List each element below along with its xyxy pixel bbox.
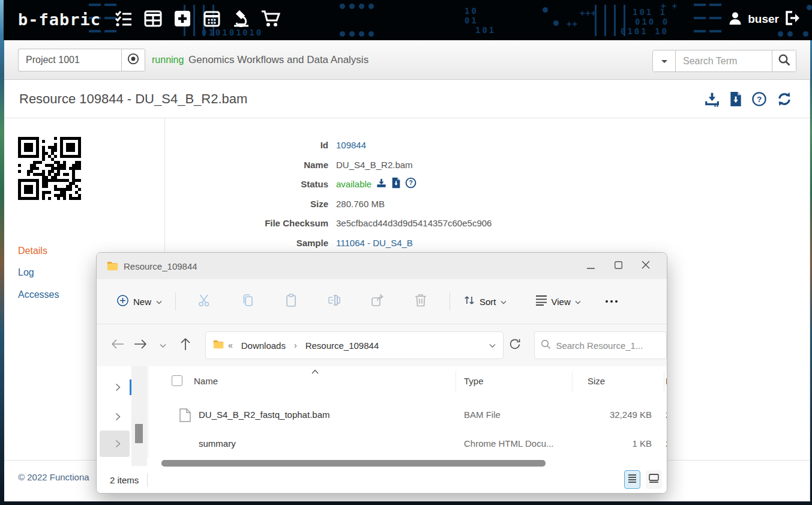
- breadcrumb-downloads[interactable]: Downloads: [241, 340, 286, 351]
- sidebar-item-accesses[interactable]: Accesses: [18, 289, 59, 300]
- size-value: 280.760 MB: [336, 198, 385, 210]
- folder-icon: [107, 261, 118, 271]
- file-download-icon[interactable]: [391, 177, 401, 192]
- instruments-nav-button[interactable]: [230, 8, 252, 31]
- column-header-type[interactable]: Type: [464, 376, 484, 386]
- workflow-title: Genomics Workflows and Data Analysis: [188, 54, 368, 66]
- toolbar-divider: [450, 292, 450, 310]
- binary-decoration: 101: [475, 25, 496, 35]
- up-button[interactable]: [174, 334, 197, 357]
- binary-decoration: 01: [465, 16, 478, 25]
- download-icon[interactable]: [704, 91, 720, 107]
- file-row-bam[interactable]: DU_S4_B_R2_fastq_tophat.bam BAM File 32,…: [151, 401, 667, 429]
- app-logo[interactable]: b-fabric: [18, 10, 101, 29]
- minimize-button[interactable]: [577, 253, 604, 279]
- folder-icon: [213, 340, 224, 351]
- forward-button[interactable]: [129, 334, 152, 357]
- column-divider[interactable]: [664, 371, 664, 393]
- explorer-search-box[interactable]: [534, 331, 667, 359]
- sample-link[interactable]: 111064 - DU_S4_B: [336, 237, 413, 249]
- file-row-summary[interactable]: summary Chrome HTML Docu... 1 KB 2: [151, 430, 667, 458]
- tree-scrollbar-track[interactable]: [131, 366, 147, 466]
- rename-button[interactable]: [320, 289, 348, 314]
- order-cart-nav-button[interactable]: [260, 8, 281, 31]
- create-nav-button[interactable]: [172, 8, 193, 31]
- logout-icon[interactable]: [784, 11, 800, 28]
- plus-circle-icon: [117, 295, 128, 309]
- recent-locations-button[interactable]: [151, 334, 174, 357]
- checksum-value: 3e5cfbacd44d3d9d5414357c60e5c906: [336, 217, 492, 229]
- sort-button[interactable]: Sort: [457, 289, 513, 313]
- refresh-icon: [509, 338, 521, 352]
- paste-button[interactable]: [277, 289, 305, 314]
- search-icon: [541, 339, 551, 352]
- resource-id-link[interactable]: 109844: [336, 139, 366, 151]
- horizontal-scrollbar-thumb[interactable]: [161, 460, 546, 467]
- page-actions: ?: [704, 91, 793, 107]
- calendar-nav-button[interactable]: [201, 8, 223, 31]
- target-icon: [127, 52, 140, 68]
- column-divider[interactable]: [572, 371, 573, 393]
- search-icon: [778, 53, 791, 69]
- projects-nav-button[interactable]: [142, 8, 164, 31]
- svg-text:?: ?: [757, 95, 762, 104]
- copy-button[interactable]: [234, 289, 262, 314]
- breadcrumb-current[interactable]: Resource_109844: [305, 340, 379, 351]
- download-icon[interactable]: [376, 178, 387, 192]
- sidebar-item-details[interactable]: Details: [18, 246, 47, 256]
- column-divider[interactable]: [456, 371, 456, 393]
- copy-icon: [241, 293, 255, 310]
- view-button-label: View: [552, 297, 571, 307]
- share-button[interactable]: [364, 289, 391, 314]
- refresh-button[interactable]: [504, 334, 526, 357]
- search-button[interactable]: [772, 50, 796, 71]
- help-icon[interactable]: ?: [405, 177, 417, 192]
- tree-expand-chevron[interactable]: [110, 380, 125, 395]
- chevron-down-icon[interactable]: [489, 340, 496, 351]
- tree-expand-chevron[interactable]: [110, 409, 125, 425]
- share-icon: [370, 293, 385, 310]
- breadcrumb-separator: ›: [294, 340, 297, 350]
- statusbar-divider: [147, 473, 148, 486]
- pane-divider[interactable]: [148, 366, 148, 458]
- column-header-row: Name Type Size D: [151, 370, 667, 394]
- back-button[interactable]: [106, 334, 129, 357]
- help-icon[interactable]: ?: [751, 91, 767, 107]
- tree-scrollbar-thumb[interactable]: [135, 424, 143, 443]
- more-options-button[interactable]: [603, 300, 621, 303]
- maximize-button[interactable]: [604, 253, 632, 279]
- explorer-search-input[interactable]: [556, 340, 652, 351]
- field-label: Size: [166, 198, 328, 210]
- breadcrumb-collapse[interactable]: «: [228, 340, 233, 350]
- column-header-name[interactable]: Name: [194, 376, 218, 386]
- address-bar[interactable]: « Downloads › Resource_109844: [205, 331, 504, 359]
- column-header-size[interactable]: Size: [588, 376, 605, 386]
- user-menu: buser: [728, 11, 800, 28]
- file-explorer-window[interactable]: Resource_109844 New: [96, 252, 667, 494]
- file-download-icon[interactable]: [729, 91, 742, 107]
- search-scope-dropdown[interactable]: [653, 50, 676, 71]
- close-button[interactable]: [632, 253, 660, 279]
- delete-button[interactable]: [407, 289, 435, 314]
- sidebar-item-log[interactable]: Log: [18, 267, 34, 278]
- search-input[interactable]: [676, 50, 772, 71]
- view-button[interactable]: View: [529, 290, 587, 313]
- select-all-checkbox[interactable]: [172, 375, 182, 386]
- cut-button[interactable]: [191, 289, 218, 314]
- content-view-button[interactable]: [646, 470, 662, 489]
- file-size: 1 KB: [529, 438, 652, 449]
- new-button[interactable]: New: [111, 290, 168, 313]
- checklist-nav-button[interactable]: [113, 8, 134, 31]
- project-go-button[interactable]: [121, 49, 145, 71]
- tree-expand-chevron[interactable]: [110, 436, 125, 452]
- project-selector-group: [18, 49, 145, 71]
- explorer-titlebar[interactable]: Resource_109844: [97, 253, 667, 279]
- detail-row-status: Status available ?: [166, 178, 417, 190]
- page-title-row: Resource 109844 - DU_S4_B_R2.bam ?: [4, 81, 810, 118]
- username-label[interactable]: buser: [748, 13, 779, 26]
- project-input[interactable]: [18, 49, 121, 71]
- details-view-button[interactable]: [624, 470, 640, 489]
- refresh-icon[interactable]: [776, 91, 793, 107]
- binary-decoration: [340, 31, 345, 37]
- column-header-date-clipped[interactable]: D: [666, 376, 667, 386]
